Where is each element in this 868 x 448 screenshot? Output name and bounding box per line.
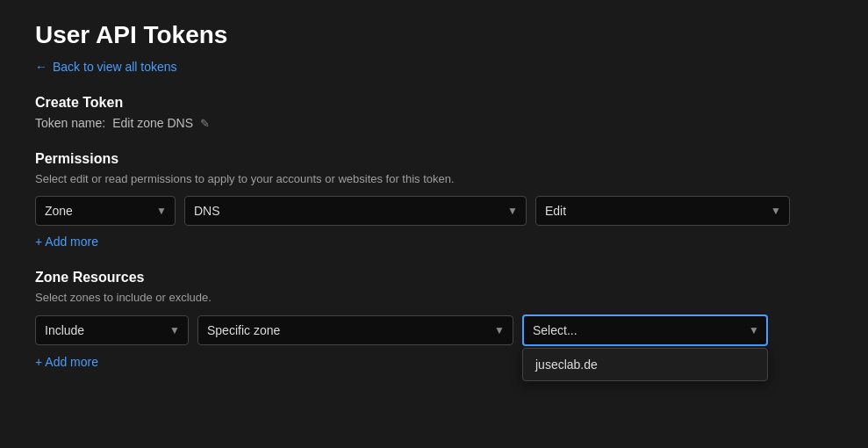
zone-resources-dropdowns-row: Include Exclude ▼ Specific zone All zone… <box>35 314 833 346</box>
include-exclude-dropdown-wrapper: Include Exclude ▼ <box>35 315 189 345</box>
resource-dropdown[interactable]: Zone Account User <box>35 196 176 226</box>
zone-select-dropdown[interactable]: Select... juseclab.de <box>522 314 768 346</box>
zone-resources-add-more[interactable]: + Add more <box>35 355 98 369</box>
permissions-add-more-label: + Add more <box>35 235 98 249</box>
permission-level-dropdown[interactable]: Edit Read <box>535 196 790 226</box>
back-link[interactable]: ← Back to view all tokens <box>35 60 177 74</box>
token-name-row: Token name: Edit zone DNS ✎ <box>35 116 833 130</box>
edit-token-name-icon[interactable]: ✎ <box>200 117 210 130</box>
back-arrow-icon: ← <box>35 60 47 74</box>
zone-resources-description: Select zones to include or exclude. <box>35 291 833 304</box>
page-title: User API Tokens <box>35 21 833 49</box>
token-name-value: Edit zone DNS <box>112 116 193 130</box>
include-exclude-dropdown[interactable]: Include Exclude <box>35 315 189 345</box>
create-token-heading: Create Token <box>35 95 833 111</box>
permissions-title: Permissions <box>35 151 833 167</box>
back-link-text: Back to view all tokens <box>53 60 177 74</box>
zone-resources-add-more-label: + Add more <box>35 355 98 369</box>
permissions-section: Permissions Select edit or read permissi… <box>35 151 833 249</box>
zone-option-juseclab[interactable]: juseclab.de <box>523 349 767 380</box>
zone-resources-title: Zone Resources <box>35 270 833 285</box>
permissions-add-more[interactable]: + Add more <box>35 235 98 249</box>
token-name-label: Token name: <box>35 116 105 130</box>
permissions-dropdowns-row: Zone Account User ▼ DNS SSL/TLS Firewall… <box>35 196 833 226</box>
permission-type-dropdown[interactable]: DNS SSL/TLS Firewall Cache <box>184 196 527 226</box>
zone-type-dropdown-wrapper: Specific zone All zones ▼ <box>197 315 513 345</box>
zone-select-dropdown-wrapper: Select... juseclab.de ▼ juseclab.de <box>522 314 768 346</box>
permissions-description: Select edit or read permissions to apply… <box>35 172 833 185</box>
zone-type-dropdown[interactable]: Specific zone All zones <box>197 315 513 345</box>
zone-select-popup: juseclab.de <box>522 348 768 381</box>
zone-resources-section: Zone Resources Select zones to include o… <box>35 270 833 369</box>
permission-level-dropdown-wrapper: Edit Read ▼ <box>535 196 790 226</box>
permission-type-dropdown-wrapper: DNS SSL/TLS Firewall Cache ▼ <box>184 196 527 226</box>
resource-dropdown-wrapper: Zone Account User ▼ <box>35 196 176 226</box>
